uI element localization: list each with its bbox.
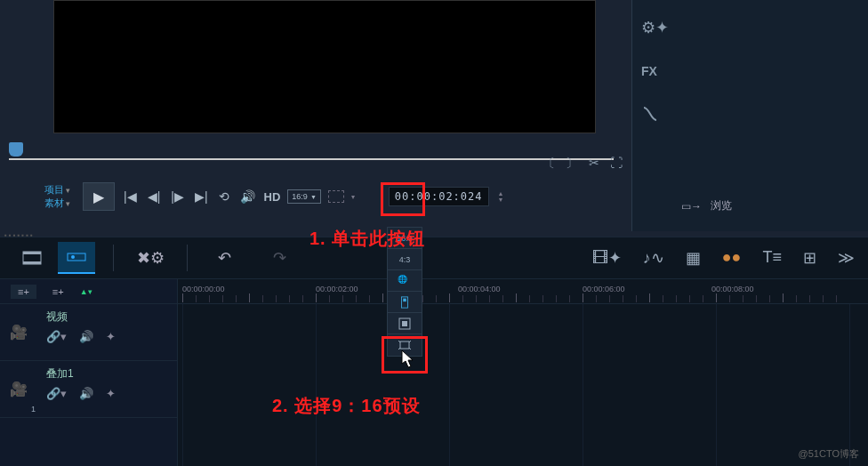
timecode-display[interactable]: 00:00:02:024 [389, 187, 489, 206]
link-icon[interactable]: 🔗▾ [46, 330, 67, 343]
hd-label[interactable]: HD [264, 190, 281, 204]
scrubber[interactable] [9, 142, 614, 160]
grid-icon[interactable]: ⊞ [803, 248, 816, 268]
blend-icon[interactable]: ●● [722, 248, 742, 268]
track-controls-panel: ≡+ ≡+ ▲▾ 🎥 视频 🔗▾ 🔊 ✦ 🎥1 叠加1 🔗▾ 🔊 [0, 279, 178, 466]
fx-track-icon[interactable]: ✦ [106, 387, 116, 400]
storyboard-view-button[interactable] [13, 242, 51, 274]
svg-rect-2 [23, 261, 41, 264]
browse-label: 浏览 [711, 198, 732, 213]
timeline: ≡+ ≡+ ▲▾ 🎥 视频 🔗▾ 🔊 ✦ 🎥1 叠加1 🔗▾ 🔊 [0, 279, 868, 466]
track-tabs: ≡+ ≡+ ▲▾ [0, 279, 177, 304]
safe-zone-button[interactable] [328, 190, 344, 203]
mute-icon[interactable]: 🔊 [79, 330, 93, 343]
browse-button[interactable]: ▭→ 浏览 [681, 198, 732, 213]
overlay-track-icon[interactable]: 🎥1 [0, 361, 37, 417]
mute-icon[interactable]: 🔊 [79, 387, 93, 400]
ruler-label: 00:00:06:00 [583, 285, 625, 293]
aspect-item-1-1[interactable] [388, 313, 422, 334]
tools-button[interactable]: ✖⚙ [132, 242, 169, 274]
go-end-button[interactable]: ▶| [193, 189, 210, 204]
fx-out-icon[interactable]: ≫ [838, 248, 855, 268]
curve-icon[interactable] [641, 105, 669, 127]
title-icon[interactable]: T≡ [763, 248, 783, 268]
audio-icon[interactable]: ♪∿ [643, 248, 664, 268]
timecode-spinner[interactable]: ▲▼ [498, 190, 504, 203]
redo-button[interactable]: ↷ [261, 242, 298, 274]
track-tab-1[interactable]: ≡+ [11, 285, 36, 299]
watermark: @51CTO博客 [799, 447, 859, 461]
aspect-item-9-16[interactable] [388, 292, 422, 313]
fx-track-icon[interactable]: ✦ [106, 330, 116, 343]
ruler-label: 00:00:04:00 [458, 285, 501, 293]
mode-clip-label[interactable]: 素材 [44, 197, 64, 208]
svg-rect-9 [400, 341, 409, 349]
svg-rect-6 [403, 298, 406, 301]
mark-in-icon[interactable]: 〔 [542, 156, 555, 172]
track-video: 🎥 视频 🔗▾ 🔊 ✦ [0, 304, 177, 361]
video-preview[interactable] [53, 0, 596, 133]
annotation-step-1: 1. 单击此按钮 [309, 227, 425, 251]
link-icon[interactable]: 🔗▾ [46, 387, 67, 400]
timeline-ruler[interactable]: 00:00:00:0000:00:02:0000:00:04:0000:00:0… [178, 279, 868, 304]
fx-button[interactable]: FX [641, 64, 669, 78]
annotation-step-2: 2. 选择9：16预设 [272, 394, 421, 418]
go-start-button[interactable]: |◀ [122, 189, 139, 204]
aspect-item-globe[interactable]: 🌐 [388, 270, 422, 292]
undo-button[interactable]: ↶ [205, 242, 243, 274]
preview-panel: 〔 〕 ✂ ⛶ 项目▾ 素材▾ ▶ |◀ ◀| |▶ ▶| ⟲ 🔊 HD 16:… [0, 0, 631, 231]
cut-icon[interactable]: ✂ [589, 156, 599, 172]
aspect-item-4-3[interactable]: 4:3 [388, 249, 422, 270]
svg-rect-1 [23, 252, 41, 254]
scrubber-track[interactable] [9, 158, 614, 160]
track-overlay-1: 🎥1 叠加1 🔗▾ 🔊 ✦ [0, 361, 177, 418]
preview-tools: 〔 〕 ✂ ⛶ [542, 156, 623, 172]
aspect-ratio-button[interactable]: 16:9 ▼ [287, 189, 320, 204]
svg-rect-3 [68, 253, 85, 261]
prev-frame-button[interactable]: ◀| [146, 189, 163, 204]
ruler-label: 00:00:00:00 [182, 285, 225, 293]
scrubber-playhead[interactable] [9, 142, 23, 157]
video-track-name: 视频 [46, 309, 168, 325]
aspect-item-custom[interactable] [388, 334, 422, 356]
chevron-down-icon: ▼ [310, 194, 317, 200]
text-effect-icon[interactable]: ▦ [686, 248, 701, 268]
mode-labels[interactable]: 项目▾ 素材▾ [44, 183, 70, 210]
side-panel: ⚙✦ FX ▭→ 浏览 [631, 0, 868, 231]
aspect-current-label: 16:9 [292, 192, 308, 201]
mark-out-icon[interactable]: 〕 [566, 156, 578, 172]
fullscreen-icon[interactable]: ⛶ [610, 156, 623, 172]
timeline-grid[interactable]: 00:00:00:0000:00:02:0000:00:04:0000:00:0… [178, 279, 868, 466]
ruler-label: 00:00:08:00 [711, 285, 754, 293]
overlay-track-name: 叠加1 [46, 366, 168, 382]
svg-point-4 [71, 255, 75, 259]
track-tab-expand[interactable]: ▲▾ [80, 287, 92, 296]
track-tab-2[interactable]: ≡+ [45, 285, 71, 299]
playback-controls: 项目▾ 素材▾ ▶ |◀ ◀| |▶ ▶| ⟲ 🔊 HD 16:9 ▼ ▾ 00… [44, 182, 503, 211]
volume-button[interactable]: 🔊 [238, 189, 257, 204]
next-frame-button[interactable]: |▶ [169, 189, 186, 204]
timeline-view-button[interactable] [58, 242, 95, 274]
reel-icon[interactable]: 🎞✦ [592, 248, 622, 268]
video-track-icon[interactable]: 🎥 [0, 304, 37, 360]
main-toolbar: ✖⚙ ↶ ↷ 🎞✦ ♪∿ ▦ ●● T≡ ⊞ ≫ [0, 237, 868, 279]
mode-project-label[interactable]: 项目 [44, 184, 64, 195]
loop-button[interactable]: ⟲ [217, 189, 231, 204]
settings-gear-icon[interactable]: ⚙✦ [641, 18, 669, 37]
folder-arrow-icon: ▭→ [681, 200, 702, 213]
svg-rect-8 [402, 321, 407, 326]
play-button[interactable]: ▶ [83, 182, 115, 211]
ruler-label: 00:00:02:00 [316, 285, 358, 293]
